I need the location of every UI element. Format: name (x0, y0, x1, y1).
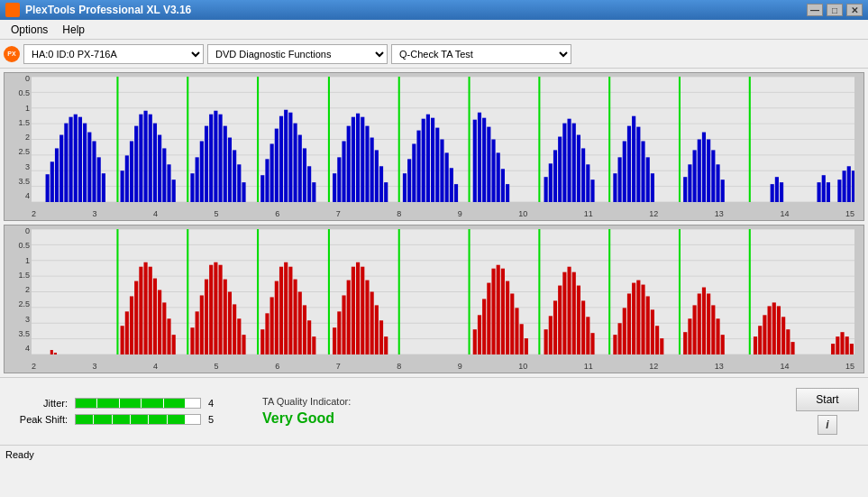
bottom-chart-svg (32, 229, 854, 354)
svg-rect-77 (412, 143, 416, 202)
maximize-button[interactable]: □ (827, 4, 843, 16)
svg-rect-17 (83, 124, 87, 202)
svg-rect-100 (558, 137, 562, 202)
svg-rect-71 (375, 150, 379, 202)
svg-rect-29 (149, 115, 152, 202)
device-select[interactable]: HA:0 ID:0 PX-716A (23, 44, 204, 64)
svg-rect-192 (342, 295, 345, 354)
svg-rect-68 (361, 117, 364, 202)
svg-rect-14 (69, 117, 73, 202)
svg-rect-110 (618, 157, 622, 202)
svg-rect-20 (97, 157, 101, 202)
svg-rect-122 (698, 140, 701, 203)
svg-rect-249 (721, 335, 725, 354)
window-controls[interactable]: — □ ✕ (807, 4, 863, 16)
jitter-empty (186, 399, 200, 408)
svg-rect-198 (370, 292, 374, 355)
svg-rect-188 (312, 336, 315, 354)
svg-rect-212 (510, 293, 514, 354)
start-button[interactable]: Start (796, 388, 859, 411)
svg-rect-46 (237, 164, 241, 202)
minimize-button[interactable]: — (807, 4, 823, 16)
svg-rect-97 (544, 177, 548, 202)
svg-rect-38 (200, 141, 204, 202)
svg-rect-171 (224, 280, 227, 354)
svg-rect-56 (294, 124, 297, 202)
svg-rect-73 (384, 182, 388, 202)
svg-rect-161 (167, 318, 170, 354)
svg-rect-242 (688, 318, 691, 354)
peak-seg4 (131, 415, 148, 424)
svg-rect-67 (356, 114, 360, 202)
svg-rect-166 (200, 295, 204, 354)
svg-rect-248 (716, 318, 719, 354)
status-text: Ready (5, 449, 34, 460)
svg-rect-24 (125, 155, 129, 202)
svg-rect-137 (847, 166, 851, 202)
svg-rect-129 (771, 184, 774, 202)
svg-rect-149 (54, 353, 57, 354)
svg-rect-51 (270, 143, 274, 202)
svg-rect-109 (613, 173, 617, 202)
svg-rect-263 (845, 336, 849, 354)
svg-rect-221 (562, 272, 566, 354)
svg-rect-184 (294, 280, 297, 354)
svg-rect-260 (831, 344, 835, 354)
svg-rect-101 (562, 124, 566, 202)
svg-rect-135 (837, 179, 841, 202)
svg-rect-116 (646, 157, 650, 202)
svg-rect-55 (288, 113, 292, 202)
svg-rect-43 (224, 126, 227, 202)
svg-rect-229 (613, 335, 617, 354)
svg-rect-220 (558, 286, 562, 354)
info-button[interactable]: i (818, 415, 837, 435)
svg-rect-236 (646, 296, 650, 354)
svg-rect-52 (275, 129, 279, 202)
svg-rect-245 (702, 288, 706, 354)
jitter-seg4 (142, 399, 162, 408)
svg-rect-238 (655, 326, 659, 354)
svg-rect-157 (149, 267, 152, 354)
svg-rect-120 (688, 164, 691, 202)
test-select[interactable]: Q-Check TA Test (391, 44, 571, 64)
menu-options[interactable]: Options (4, 22, 55, 38)
svg-rect-36 (190, 173, 194, 202)
svg-rect-92 (491, 140, 495, 203)
menu-help[interactable]: Help (55, 22, 92, 38)
svg-rect-264 (850, 344, 854, 354)
svg-rect-91 (487, 127, 490, 202)
svg-rect-23 (121, 170, 124, 202)
svg-rect-183 (288, 267, 292, 354)
svg-rect-93 (497, 152, 500, 202)
svg-rect-125 (711, 150, 715, 202)
svg-rect-65 (347, 126, 351, 202)
svg-rect-70 (370, 138, 374, 202)
peak-seg2 (94, 415, 111, 424)
menu-bar: Options Help (0, 20, 868, 40)
jitter-seg2 (97, 399, 118, 408)
svg-rect-86 (454, 184, 458, 202)
svg-rect-148 (50, 350, 53, 354)
svg-rect-169 (214, 262, 217, 354)
svg-rect-105 (581, 148, 585, 202)
svg-rect-239 (660, 338, 663, 354)
svg-rect-66 (352, 117, 355, 202)
svg-rect-204 (473, 329, 477, 354)
function-select[interactable]: DVD Diagnostic Functions (207, 44, 388, 64)
svg-rect-130 (775, 177, 779, 202)
svg-rect-251 (754, 336, 757, 354)
svg-rect-117 (651, 173, 654, 202)
svg-rect-213 (515, 308, 518, 354)
svg-rect-223 (572, 272, 576, 354)
svg-rect-173 (233, 304, 236, 354)
svg-rect-235 (641, 285, 644, 354)
svg-rect-262 (840, 332, 844, 354)
svg-rect-217 (544, 329, 548, 354)
svg-rect-111 (623, 141, 626, 202)
svg-rect-136 (843, 170, 846, 202)
svg-rect-32 (162, 148, 166, 202)
svg-rect-230 (618, 323, 622, 354)
svg-rect-200 (379, 320, 383, 354)
close-button[interactable]: ✕ (846, 4, 863, 16)
svg-rect-190 (333, 327, 336, 354)
